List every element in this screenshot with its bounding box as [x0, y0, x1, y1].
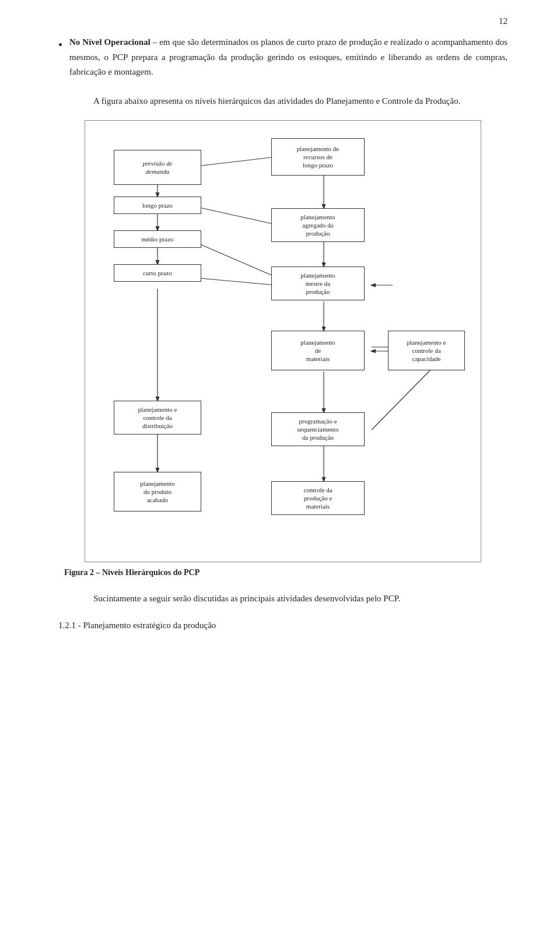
box-controle-producao: controle daprodução emateriais [271, 481, 365, 515]
box-plan-mestre: planejamentomestre daprodução [271, 267, 365, 300]
box-curto-prazo: curto prazo [114, 264, 201, 282]
box-plan-recursos-longo: planejamento derecursos delongo prazo [271, 138, 365, 176]
box-previsao-demanda: previsão dedemanda [114, 150, 201, 185]
bullet-section: • No Nível Operacional – em que são dete… [58, 35, 508, 80]
page: 12 • No Nível Operacional – em que são d… [0, 0, 560, 668]
section-heading: 1.2.1 - Planejamento estratégico da prod… [58, 618, 508, 633]
box-longo-prazo: longo prazo [114, 197, 201, 214]
box-plan-agregado: planejamentoagregado daprodução [271, 208, 365, 242]
bullet-text: No Nível Operacional – em que são determ… [69, 35, 508, 80]
box-plan-produto-acabado: planejamentodo produtoacabado [114, 472, 201, 511]
diagram: previsão dedemanda longo prazo médio pra… [96, 132, 470, 552]
page-number: 12 [499, 16, 508, 26]
bullet-bold: No Nível Operacional [69, 37, 150, 47]
figure-caption: Figura 2 – Níveis Hierárquicos do PCP [58, 568, 508, 577]
figure-container: previsão dedemanda longo prazo médio pra… [85, 120, 481, 562]
box-programacao-sequenciamento: programação esequenciamentoda produção [271, 412, 365, 446]
paragraph-figure-intro: A figura abaixo apresenta os níveis hier… [58, 94, 508, 109]
paragraph2: Sucintamente a seguir serão discutidas a… [58, 591, 508, 607]
box-plan-controle-distribuicao: planejamento econtrole dadistribuição [114, 401, 201, 435]
svg-line-17 [372, 366, 435, 430]
box-plan-materiais: planejamentodemateriais [271, 331, 365, 370]
box-plan-controle-capacidade: planejamento econtrole dacapacidade [388, 331, 465, 370]
box-medio-prazo: médio prazo [114, 230, 201, 248]
bullet-icon: • [58, 36, 62, 54]
